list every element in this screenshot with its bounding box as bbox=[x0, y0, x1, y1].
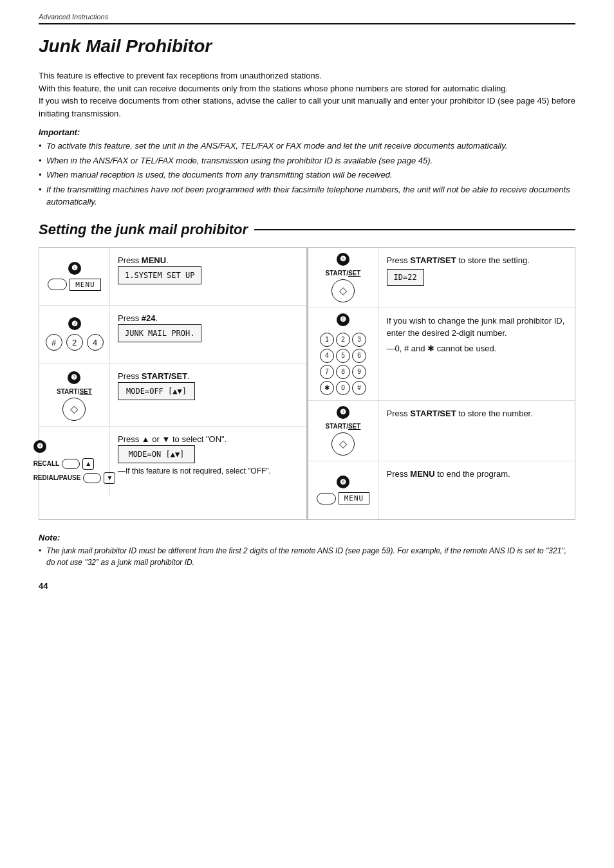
step-6: ❻ 1 2 3 4 5 6 7 8 9 ✱ 0 # bbox=[308, 308, 575, 401]
key-6: 6 bbox=[352, 349, 366, 363]
digit-4-btn: 4 bbox=[87, 334, 104, 351]
step-1: ❶ MENU Press MENU. 1.SYSTEM SET UP bbox=[39, 248, 306, 306]
intro-line1: This feature is effective to prevent fax… bbox=[39, 69, 575, 82]
step-1-device: ❶ MENU bbox=[39, 248, 110, 305]
key-hash: # bbox=[352, 381, 366, 395]
menu-button-label: MENU bbox=[70, 279, 101, 291]
up-arrow-key: ▲ bbox=[82, 458, 94, 470]
menu-button-shape-8 bbox=[317, 493, 336, 504]
redial-button: REDIAL/PAUSE ▼ bbox=[33, 472, 116, 484]
page-number: 44 bbox=[39, 581, 575, 591]
section-title: Setting the junk mail prohibitor bbox=[39, 221, 575, 238]
top-rule bbox=[39, 23, 575, 24]
step-1-num: ❶ bbox=[68, 262, 81, 275]
redial-shape bbox=[83, 473, 101, 483]
note-label: Note: bbox=[39, 533, 575, 542]
diamond-icon: ◇ bbox=[70, 403, 78, 415]
key-0: 0 bbox=[336, 381, 350, 395]
step-2: ❷ # 2 4 Press #24. JUNK MAIL PROH. bbox=[39, 306, 306, 364]
intro-line3: If you wish to receive documents from ot… bbox=[39, 95, 575, 120]
note-bullet-1: The junk mail prohibitor ID must be diff… bbox=[39, 545, 575, 568]
recall-button: RECALL ▲ bbox=[33, 458, 116, 470]
step-6-num: ❻ bbox=[337, 313, 349, 326]
important-label: Important: bbox=[39, 127, 575, 137]
key-2: 2 bbox=[336, 333, 350, 347]
step-4: ❹ RECALL ▲ REDIAL/PAUSE ▼ bbox=[39, 427, 306, 497]
step-2-lcd: JUNK MAIL PROH. bbox=[118, 324, 201, 342]
step-7-num: ❼ bbox=[337, 406, 349, 419]
step-4-device: ❹ RECALL ▲ REDIAL/PAUSE ▼ bbox=[39, 427, 110, 497]
bullet-3: When manual reception is used, the docum… bbox=[39, 169, 575, 181]
step-3: ❸ START/SET ◇ Press START/SET. MODE=OFF … bbox=[39, 364, 306, 427]
key-3: 3 bbox=[352, 333, 366, 347]
bullet-4: If the transmitting machines have not be… bbox=[39, 183, 575, 208]
key-4: 4 bbox=[320, 349, 334, 363]
step-4-text: Press ▲ or ▼ to select "ON". MODE=ON [▲▼… bbox=[110, 427, 306, 497]
step-2-text: Press #24. JUNK MAIL PROH. bbox=[110, 306, 306, 363]
menu-button-label-8: MENU bbox=[339, 492, 370, 504]
step-3-num: ❸ bbox=[68, 371, 80, 384]
step-7-text: Press START/SET to store the number. bbox=[379, 401, 575, 461]
step-5-num: ❺ bbox=[337, 253, 349, 266]
step-4-lcd: MODE=ON [▲▼] bbox=[118, 445, 195, 463]
bullet-1: To activate this feature, set the unit i… bbox=[39, 140, 575, 152]
important-bullets: To activate this feature, set the unit i… bbox=[39, 140, 575, 208]
step-5-text: Press START/SET to store the setting. ID… bbox=[379, 248, 575, 308]
step-3-lcd: MODE=OFF [▲▼] bbox=[118, 382, 195, 400]
step-8-text: Press MENU to end the program. bbox=[379, 461, 575, 519]
steps-right-col: ❺ START/SET ◇ Press START/SET to store t… bbox=[308, 247, 576, 520]
step-6-text: If you wish to change the junk mail proh… bbox=[379, 308, 575, 400]
steps-left-col: ❶ MENU Press MENU. 1.SYSTEM SET UP ❷ # bbox=[39, 247, 307, 520]
hash-btn: # bbox=[46, 334, 62, 351]
step-6-device: ❻ 1 2 3 4 5 6 7 8 9 ✱ 0 # bbox=[308, 308, 379, 400]
diamond-icon-7: ◇ bbox=[339, 438, 347, 450]
note-section: Note: The junk mail prohibitor ID must b… bbox=[39, 533, 575, 568]
step-5-device: ❺ START/SET ◇ bbox=[308, 248, 379, 308]
key-9: 9 bbox=[352, 365, 366, 379]
step-4-num: ❹ bbox=[33, 440, 46, 453]
breadcrumb: Advanced Instructions bbox=[39, 13, 575, 21]
key-1: 1 bbox=[320, 333, 334, 347]
keypad-grid: 1 2 3 4 5 6 7 8 9 ✱ 0 # bbox=[320, 333, 366, 395]
menu-button-shape bbox=[48, 279, 67, 290]
key-7: 7 bbox=[320, 365, 334, 379]
diamond-icon-5: ◇ bbox=[339, 284, 347, 297]
key-8: 8 bbox=[336, 365, 350, 379]
intro-line2: With this feature, the unit can receive … bbox=[39, 82, 575, 95]
step-2-num: ❷ bbox=[68, 317, 81, 330]
bullet-2: When in the ANS/FAX or TEL/FAX mode, tra… bbox=[39, 154, 575, 167]
step-1-text: Press MENU. 1.SYSTEM SET UP bbox=[110, 248, 306, 305]
page-title: Junk Mail Prohibitor bbox=[39, 36, 575, 57]
note-list: The junk mail prohibitor ID must be diff… bbox=[39, 545, 575, 568]
step-8-device: ❽ MENU bbox=[308, 461, 379, 519]
step-7: ❼ START/SET ◇ Press START/SET to store t… bbox=[308, 401, 575, 461]
step-7-device: ❼ START/SET ◇ bbox=[308, 401, 379, 461]
step-5: ❺ START/SET ◇ Press START/SET to store t… bbox=[308, 248, 575, 308]
step-5-lcd: ID=22 bbox=[387, 269, 424, 286]
step-8-num: ❽ bbox=[337, 476, 349, 488]
step-1-lcd: 1.SYSTEM SET UP bbox=[118, 266, 201, 284]
digit-2-btn: 2 bbox=[66, 334, 83, 351]
key-5: 5 bbox=[336, 349, 350, 363]
step-3-text: Press START/SET. MODE=OFF [▲▼] bbox=[110, 364, 306, 426]
recall-shape bbox=[62, 459, 80, 469]
key-star: ✱ bbox=[320, 381, 334, 395]
step-4-subnote: —If this feature is not required, select… bbox=[118, 466, 299, 477]
step-2-device: ❷ # 2 4 bbox=[39, 306, 110, 363]
step-8: ❽ MENU Press MENU to end the program. bbox=[308, 461, 575, 519]
step-3-device: ❸ START/SET ◇ bbox=[39, 364, 110, 426]
